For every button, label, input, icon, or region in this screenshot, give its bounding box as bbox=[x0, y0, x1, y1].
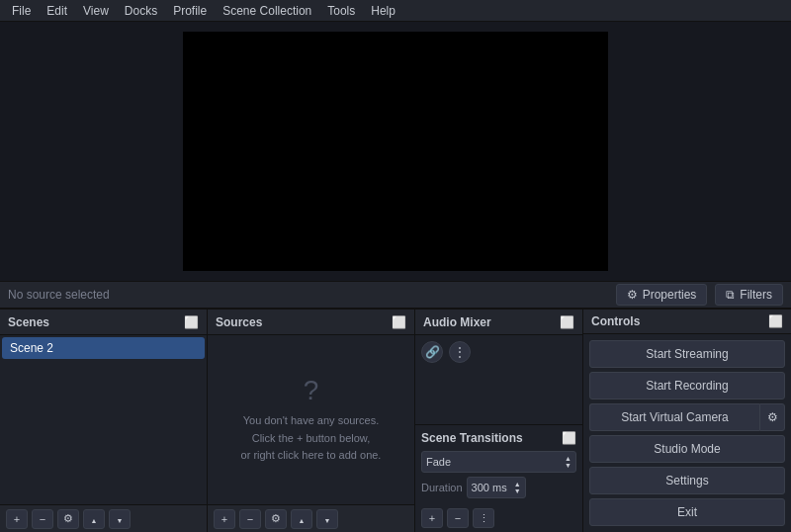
start-streaming-button[interactable]: Start Streaming bbox=[589, 340, 785, 368]
scenes-panel: Scenes ⬜ Scene 2 + − ⚙ bbox=[0, 310, 208, 532]
audio-transitions-panel: Audio Mixer ⬜ 🔗 ⋮ Scene Transitions ⬜ Fa… bbox=[415, 310, 583, 532]
scenes-panel-header: Scenes ⬜ bbox=[0, 310, 207, 335]
source-down-button[interactable] bbox=[316, 509, 338, 529]
arrow-up-icon: ▲ bbox=[565, 455, 571, 462]
scene-item[interactable]: Scene 2 bbox=[2, 337, 205, 359]
virtual-camera-gear-icon: ⚙ bbox=[767, 410, 778, 424]
menu-tools[interactable]: Tools bbox=[319, 2, 363, 20]
exit-label: Exit bbox=[677, 505, 697, 519]
duration-arrows: ▲ ▼ bbox=[514, 481, 521, 494]
audio-title: Audio Mixer bbox=[423, 315, 491, 329]
start-recording-label: Start Recording bbox=[646, 379, 728, 393]
remove-scene-button[interactable]: − bbox=[32, 509, 53, 529]
transition-dots-button[interactable]: ⋮ bbox=[473, 508, 494, 528]
sources-toolbar: + − ⚙ bbox=[208, 504, 414, 532]
panels: Scenes ⬜ Scene 2 + − ⚙ Sources ⬜ ? You d… bbox=[0, 309, 791, 532]
settings-button[interactable]: Settings bbox=[589, 467, 785, 494]
sources-panel-header: Sources ⬜ bbox=[208, 310, 414, 335]
sources-placeholder-icon: ? bbox=[304, 375, 319, 406]
preview-canvas bbox=[183, 32, 608, 271]
audio-maximize-icon[interactable]: ⬜ bbox=[560, 315, 574, 329]
add-transition-button[interactable]: + bbox=[421, 508, 443, 528]
duration-input[interactable]: 300 ms ▲ ▼ bbox=[467, 477, 526, 498]
transition-value: Fade bbox=[426, 456, 451, 468]
menu-help[interactable]: Help bbox=[363, 2, 403, 20]
sources-placeholder-text: You don't have any sources.Click the + b… bbox=[241, 412, 382, 465]
scene-properties-button[interactable]: ⚙ bbox=[57, 509, 79, 529]
remove-transition-button[interactable]: − bbox=[447, 508, 469, 528]
arrow-down-icon: ▼ bbox=[565, 462, 571, 469]
sources-content[interactable]: ? You don't have any sources.Click the +… bbox=[208, 335, 414, 504]
audio-controls: 🔗 ⋮ bbox=[421, 341, 576, 363]
exit-button[interactable]: Exit bbox=[589, 498, 785, 526]
menu-profile[interactable]: Profile bbox=[165, 2, 215, 20]
menu-edit[interactable]: Edit bbox=[39, 2, 75, 20]
audio-menu-button[interactable]: ⋮ bbox=[449, 341, 471, 363]
start-recording-button[interactable]: Start Recording bbox=[589, 372, 785, 399]
menu-docks[interactable]: Docks bbox=[117, 2, 165, 20]
audio-panel-header: Audio Mixer ⬜ bbox=[415, 310, 582, 335]
menu-view[interactable]: View bbox=[75, 2, 117, 20]
source-up-button[interactable] bbox=[291, 509, 312, 529]
scenes-title: Scenes bbox=[8, 315, 49, 329]
duration-down-icon: ▼ bbox=[514, 488, 521, 494]
studio-mode-label: Studio Mode bbox=[654, 442, 720, 456]
settings-label: Settings bbox=[665, 474, 708, 488]
controls-maximize-icon[interactable]: ⬜ bbox=[768, 314, 783, 328]
transition-select[interactable]: Fade ▲ ▼ bbox=[421, 451, 576, 473]
sources-maximize-icon[interactable]: ⬜ bbox=[392, 315, 406, 329]
scene-down-button[interactable] bbox=[109, 509, 131, 529]
controls-panel-header: Controls ⬜ bbox=[583, 310, 791, 334]
controls-panel: Controls ⬜ Start Streaming Start Recordi… bbox=[583, 310, 791, 532]
add-source-button[interactable]: + bbox=[214, 509, 235, 529]
source-bar: No source selected ⚙ Properties ⧉ Filter… bbox=[0, 281, 791, 309]
scenes-list: Scene 2 bbox=[0, 335, 207, 504]
transitions-toolbar: + − ⋮ bbox=[415, 504, 582, 532]
sources-panel: Sources ⬜ ? You don't have any sources.C… bbox=[208, 310, 415, 532]
controls-title: Controls bbox=[591, 314, 640, 328]
add-scene-button[interactable]: + bbox=[6, 509, 28, 529]
properties-button[interactable]: ⚙ Properties bbox=[616, 284, 708, 306]
scenes-maximize-icon[interactable]: ⬜ bbox=[184, 315, 199, 329]
duration-row: Duration 300 ms ▲ ▼ bbox=[421, 477, 576, 498]
virtual-camera-settings-button[interactable]: ⚙ bbox=[759, 403, 785, 431]
start-virtual-camera-button[interactable]: Start Virtual Camera bbox=[589, 403, 759, 431]
audio-content: 🔗 ⋮ bbox=[415, 335, 582, 424]
menu-scene-collection[interactable]: Scene Collection bbox=[215, 2, 319, 20]
duration-value: 300 ms bbox=[472, 482, 507, 493]
source-properties-button[interactable]: ⚙ bbox=[265, 509, 287, 529]
transitions-header: Scene Transitions ⬜ bbox=[421, 431, 576, 445]
virtual-camera-group: Start Virtual Camera ⚙ bbox=[589, 403, 785, 431]
gear-icon: ⚙ bbox=[627, 288, 638, 302]
transitions-maximize-icon[interactable]: ⬜ bbox=[562, 431, 576, 445]
properties-label: Properties bbox=[643, 288, 697, 302]
start-virtual-camera-label: Start Virtual Camera bbox=[621, 410, 729, 424]
scenes-toolbar: + − ⚙ bbox=[0, 504, 207, 532]
studio-mode-button[interactable]: Studio Mode bbox=[589, 435, 785, 463]
filters-button[interactable]: ⧉ Filters bbox=[715, 284, 783, 306]
no-source-text: No source selected bbox=[8, 288, 608, 302]
menubar: File Edit View Docks Profile Scene Colle… bbox=[0, 0, 791, 22]
start-streaming-label: Start Streaming bbox=[646, 347, 728, 361]
filters-label: Filters bbox=[740, 288, 772, 302]
transition-arrows: ▲ ▼ bbox=[565, 455, 571, 469]
preview-area bbox=[0, 22, 791, 281]
scene-transitions-section: Scene Transitions ⬜ Fade ▲ ▼ Duration 30… bbox=[415, 424, 582, 504]
duration-up-icon: ▲ bbox=[514, 481, 521, 488]
filter-icon: ⧉ bbox=[726, 288, 735, 302]
transitions-title: Scene Transitions bbox=[421, 431, 523, 445]
scene-up-button[interactable] bbox=[83, 509, 105, 529]
sources-title: Sources bbox=[216, 315, 262, 329]
remove-source-button[interactable]: − bbox=[239, 509, 261, 529]
audio-link-button[interactable]: 🔗 bbox=[421, 341, 443, 363]
duration-label: Duration bbox=[421, 482, 463, 493]
controls-content: Start Streaming Start Recording Start Vi… bbox=[583, 334, 791, 532]
menu-file[interactable]: File bbox=[4, 2, 39, 20]
